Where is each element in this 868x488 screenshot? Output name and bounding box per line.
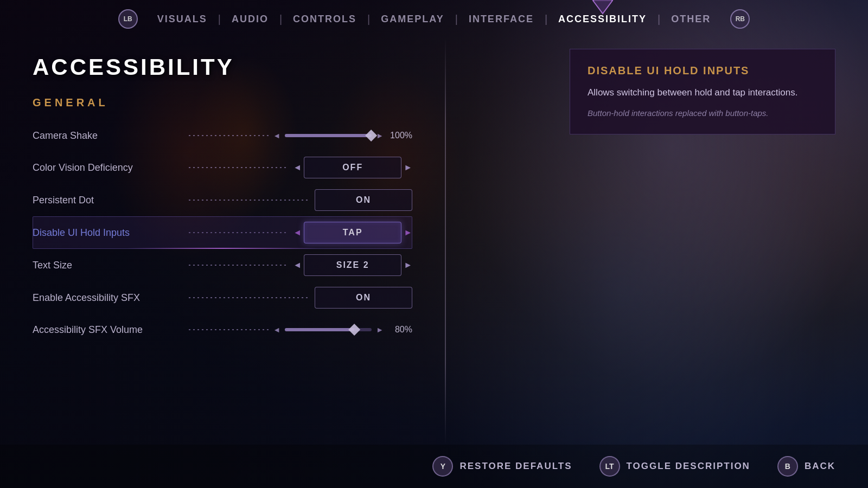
select-left-color-vision[interactable]: ◄ — [293, 163, 302, 172]
setting-label-color-vision: Color Vision Deficiency — [33, 162, 184, 174]
accessibility-gem-icon — [591, 0, 615, 17]
setting-label-enable-sfx: Enable Accessibility SFX — [33, 292, 184, 304]
main-content: LB VISUALS | AUDIO | CONTROLS | GAMEPLAY… — [0, 0, 868, 488]
control-sfx-volume: ◄ ► 80% — [273, 325, 412, 335]
toggle-description-action[interactable]: LT TOGGLE DESCRIPTION — [599, 456, 750, 477]
dots-color-vision — [189, 167, 289, 168]
slider-value-camera-shake: 100% — [388, 131, 412, 140]
section-title: GENERAL — [33, 97, 412, 109]
select-box-disable-ui-hold[interactable]: TAP — [304, 222, 401, 243]
setting-row-persistent-dot[interactable]: Persistent Dot ON — [33, 184, 412, 216]
nav-item-gameplay[interactable]: GAMEPLAY — [370, 14, 455, 25]
setting-label-camera-shake: Camera Shake — [33, 130, 184, 142]
dots-enable-sfx — [189, 297, 310, 298]
gem-svg — [591, 0, 615, 15]
dots-sfx-volume — [189, 329, 269, 330]
nav-item-controls[interactable]: CONTROLS — [282, 14, 367, 25]
slider-thumb-camera-shake — [365, 130, 377, 142]
select-box-persistent-dot[interactable]: ON — [315, 189, 412, 211]
slider-value-sfx-volume: 80% — [388, 325, 412, 335]
setting-label-sfx-volume: Accessibility SFX Volume — [33, 324, 184, 336]
select-left-text-size[interactable]: ◄ — [293, 260, 302, 270]
toggle-description-label: TOGGLE DESCRIPTION — [627, 461, 750, 472]
select-box-color-vision[interactable]: OFF — [304, 157, 401, 178]
back-action[interactable]: B BACK — [777, 456, 835, 477]
select-box-enable-sfx[interactable]: ON — [315, 287, 412, 309]
setting-row-text-size[interactable]: Text Size ◄ SIZE 2 ► — [33, 249, 412, 281]
back-label: BACK — [805, 461, 835, 472]
description-sub-text: Button-hold interactions replaced with b… — [588, 107, 818, 119]
setting-row-sfx-volume[interactable]: Accessibility SFX Volume ◄ ► 80% — [33, 314, 412, 345]
toggle-desc-btn-circle: LT — [599, 456, 620, 477]
dots-disable-ui-hold — [189, 232, 289, 233]
page-body: ACCESSIBILITY GENERAL Camera Shake ◄ ► 1… — [0, 38, 868, 445]
nav-lb-button[interactable]: LB — [118, 9, 138, 29]
select-left-disable-ui-hold[interactable]: ◄ — [293, 228, 302, 237]
select-right-disable-ui-hold[interactable]: ► — [404, 228, 412, 237]
nav-item-other[interactable]: OTHER — [660, 14, 722, 25]
control-persistent-dot: ON — [315, 189, 412, 211]
control-text-size: ◄ SIZE 2 ► — [293, 254, 412, 276]
sfx-slider-right-arrow: ► — [376, 325, 384, 334]
settings-list: Camera Shake ◄ ► 100% Color Vision De — [33, 120, 412, 345]
setting-row-disable-ui-hold[interactable]: Disable UI Hold Inputs ◄ TAP ► — [33, 216, 412, 249]
select-right-text-size[interactable]: ► — [404, 260, 412, 270]
dots-text-size — [189, 265, 289, 266]
top-nav: LB VISUALS | AUDIO | CONTROLS | GAMEPLAY… — [0, 0, 868, 38]
restore-defaults-label: RESTORE DEFAULTS — [459, 461, 572, 472]
setting-label-disable-ui-hold: Disable UI Hold Inputs — [33, 227, 184, 239]
svg-marker-1 — [593, 0, 612, 14]
slider-thumb-sfx-volume — [348, 324, 360, 336]
nav-item-interface[interactable]: INTERFACE — [458, 14, 545, 25]
description-title: DISABLE UI HOLD INPUTS — [588, 65, 818, 77]
slider-track-sfx-volume[interactable] — [285, 328, 372, 331]
dots-persistent-dot — [189, 200, 310, 201]
setting-label-persistent-dot: Persistent Dot — [33, 195, 184, 206]
settings-panel: ACCESSIBILITY GENERAL Camera Shake ◄ ► 1… — [0, 38, 445, 445]
slider-track-camera-shake[interactable] — [285, 134, 372, 137]
slider-right-arrow: ► — [376, 131, 384, 140]
nav-item-audio[interactable]: AUDIO — [221, 14, 279, 25]
nav-item-visuals[interactable]: VISUALS — [146, 14, 218, 25]
restore-defaults-action[interactable]: Y RESTORE DEFAULTS — [432, 456, 572, 477]
page-title: ACCESSIBILITY — [33, 54, 412, 80]
nav-items: VISUALS | AUDIO | CONTROLS | GAMEPLAY | … — [146, 13, 722, 25]
back-btn-circle: B — [777, 456, 798, 477]
control-enable-sfx: ON — [315, 287, 412, 309]
dots-camera-shake — [189, 135, 269, 136]
setting-label-text-size: Text Size — [33, 260, 184, 271]
control-disable-ui-hold: ◄ TAP ► — [293, 222, 412, 243]
bottom-bar: Y RESTORE DEFAULTS LT TOGGLE DESCRIPTION… — [0, 445, 868, 488]
control-color-vision: ◄ OFF ► — [293, 157, 412, 178]
setting-row-color-vision[interactable]: Color Vision Deficiency ◄ OFF ► — [33, 151, 412, 184]
description-main-text: Allows switching between hold and tap in… — [588, 86, 818, 100]
vertical-divider — [445, 38, 446, 445]
description-panel: DISABLE UI HOLD INPUTS Allows switching … — [570, 49, 835, 134]
slider-fill-camera-shake — [285, 134, 372, 137]
nav-rb-button[interactable]: RB — [730, 9, 750, 29]
restore-btn-circle: Y — [432, 456, 453, 477]
control-camera-shake: ◄ ► 100% — [273, 131, 412, 140]
select-right-color-vision[interactable]: ► — [404, 163, 412, 172]
setting-row-enable-sfx[interactable]: Enable Accessibility SFX ON — [33, 281, 412, 314]
select-box-text-size[interactable]: SIZE 2 — [304, 254, 401, 276]
setting-row-camera-shake[interactable]: Camera Shake ◄ ► 100% — [33, 120, 412, 151]
sfx-slider-left-arrow: ◄ — [273, 325, 280, 334]
slider-left-arrow: ◄ — [273, 131, 280, 140]
slider-fill-sfx-volume — [285, 328, 354, 331]
nav-item-wrapper-accessibility: ACCESSIBILITY — [547, 14, 658, 25]
